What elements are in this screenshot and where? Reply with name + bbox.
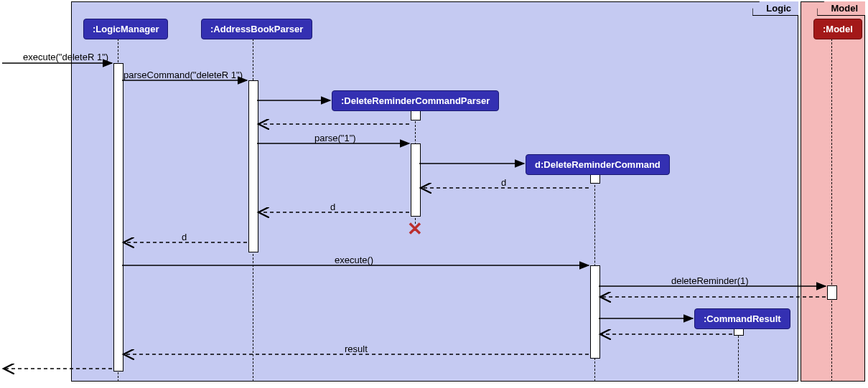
- participant-model: :Model: [813, 19, 862, 39]
- package-model-label: Model: [817, 1, 865, 16]
- msg-deleteReminder: deleteReminder(1): [671, 275, 749, 286]
- activation-drc-2: [590, 265, 600, 359]
- package-logic: Logic: [71, 1, 798, 382]
- msg-return-d-3: d: [182, 232, 187, 242]
- activation-address-book-parser: [248, 80, 258, 252]
- activation-drc-parser-2: [411, 143, 421, 217]
- msg-result: result: [345, 344, 368, 354]
- participant-command-result: :CommandResult: [694, 308, 790, 329]
- participant-address-book-parser: :AddressBookParser: [201, 19, 312, 39]
- activation-model: [827, 285, 837, 300]
- msg-return-d-1: d: [501, 177, 506, 188]
- destroy-icon: ✕: [407, 218, 423, 240]
- msg-return-d-2: d: [330, 202, 335, 212]
- lifeline-model: [831, 39, 832, 382]
- msg-execute: execute(): [335, 255, 373, 265]
- msg-parse: parse("1"): [314, 133, 356, 143]
- package-logic-label: Logic: [752, 1, 798, 16]
- lifeline-command-result: [738, 328, 739, 382]
- participant-delete-reminder-command-parser: :DeleteReminderCommandParser: [332, 90, 499, 111]
- msg-execute-deleteR: execute("deleteR 1"): [23, 52, 108, 62]
- activation-logic-manager: [113, 63, 123, 372]
- msg-parseCommand: parseCommand("deleteR 1"): [123, 70, 243, 80]
- participant-delete-reminder-command: d:DeleteReminderCommand: [526, 154, 670, 175]
- package-model: Model: [801, 1, 865, 382]
- participant-logic-manager: :LogicManager: [83, 19, 168, 39]
